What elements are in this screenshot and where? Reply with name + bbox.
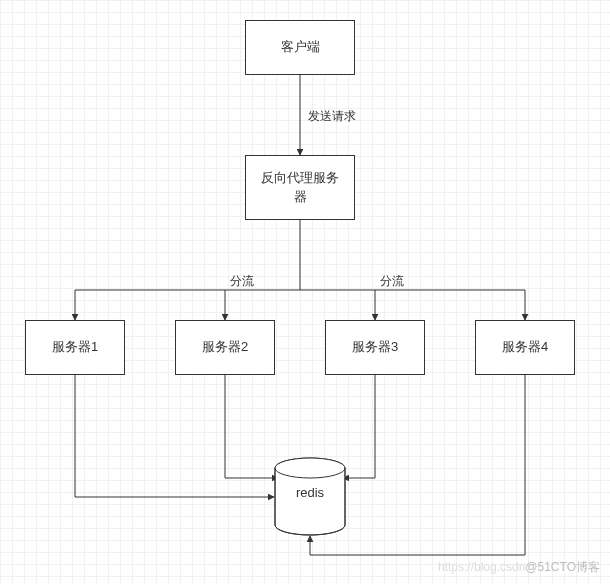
- node-server4-label: 服务器4: [502, 338, 548, 356]
- node-proxy: 反向代理服务 器: [245, 155, 355, 220]
- edge-label-send-request: 发送请求: [308, 108, 356, 125]
- node-server1: 服务器1: [25, 320, 125, 375]
- node-server2-label: 服务器2: [202, 338, 248, 356]
- node-client-label: 客户端: [281, 38, 320, 56]
- node-proxy-label: 反向代理服务 器: [261, 169, 339, 205]
- node-server3-label: 服务器3: [352, 338, 398, 356]
- node-redis-label-wrap: redis: [275, 485, 345, 500]
- edge-label-split-left: 分流: [230, 273, 254, 290]
- node-redis-label: redis: [296, 485, 324, 500]
- node-server4: 服务器4: [475, 320, 575, 375]
- svg-point-1: [275, 458, 345, 478]
- node-server3: 服务器3: [325, 320, 425, 375]
- edge-label-split-right: 分流: [380, 273, 404, 290]
- node-client: 客户端: [245, 20, 355, 75]
- node-server1-label: 服务器1: [52, 338, 98, 356]
- edge-s2-redis: [225, 375, 278, 478]
- edge-s3-redis: [343, 375, 375, 478]
- edge-s1-redis: [75, 375, 274, 497]
- node-server2: 服务器2: [175, 320, 275, 375]
